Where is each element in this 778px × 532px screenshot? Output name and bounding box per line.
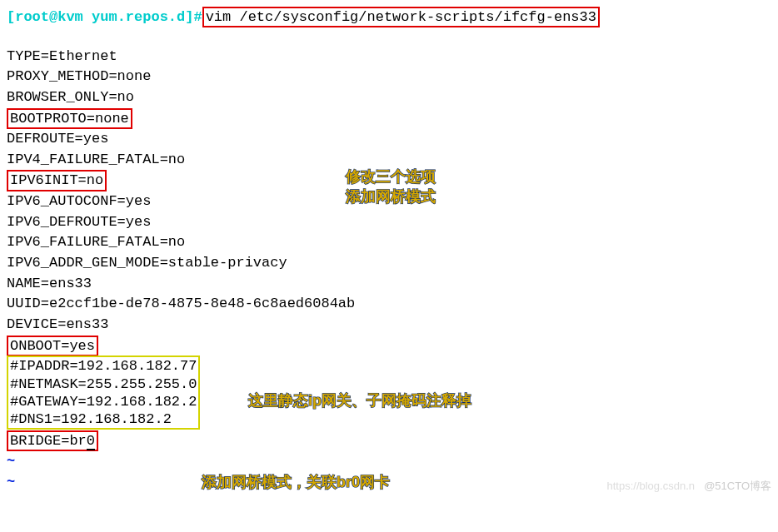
highlight-command-red-box: vim /etc/sysconfig/network-scripts/ifcfg… xyxy=(202,7,600,27)
terminal-prompt-line: [root@kvm yum.repos.d]#vim /etc/sysconfi… xyxy=(7,7,771,28)
annotation-bridge-mode: 添加网桥模式，关联br0网卡 xyxy=(202,471,390,493)
highlight-bootproto-red-box: BOOTPROTO=none xyxy=(7,108,132,129)
annotation-modify-three: 修改三个选项 添加网桥模式 xyxy=(346,167,436,207)
config-line[interactable]: NAME=ens33 xyxy=(7,274,771,295)
config-line[interactable]: IPV6_FAILURE_FATAL=no xyxy=(7,232,771,253)
prompt-path: yum.repos.d] xyxy=(92,9,193,25)
config-line-onboot[interactable]: ONBOOT=yes xyxy=(7,336,771,357)
config-line[interactable]: DEFROUTE=yes xyxy=(7,129,771,150)
config-line[interactable]: TYPE=Ethernet xyxy=(7,47,771,67)
config-line-commented[interactable]: #GATEWAY=192.168.182.2 xyxy=(10,393,197,410)
vim-empty-line-tilde: ~ xyxy=(7,451,771,472)
watermark-csdn: https://blog.csdn.n xyxy=(606,479,695,495)
config-line-commented[interactable]: #IPADDR=192.168.182.77 xyxy=(10,357,197,375)
config-line[interactable]: UUID=e2ccf1be-de78-4875-8e48-6c8aed6084a… xyxy=(7,294,771,315)
prompt-hash: # xyxy=(193,9,202,25)
blank-line xyxy=(7,28,771,47)
config-line-bridge[interactable]: BRIDGE=br0 xyxy=(7,430,771,452)
highlight-onboot-red-box: ONBOOT=yes xyxy=(7,336,98,356)
config-line[interactable]: DEVICE=ens33 xyxy=(7,315,771,336)
config-line[interactable]: PROXY_METHOD=none xyxy=(7,67,771,87)
annotation-comment-out: 这里静态ip网关、子网掩码注释掉 xyxy=(248,390,471,411)
prompt-user: [root@kvm xyxy=(7,9,92,25)
config-line-commented[interactable]: #DNS1=192.168.182.2 xyxy=(10,410,197,428)
highlight-bridge-red-box: BRIDGE=br0 xyxy=(7,430,98,451)
command-text[interactable]: vim /etc/sysconfig/network-scripts/ifcfg… xyxy=(206,9,596,25)
config-line[interactable]: BROWSER_ONLY=no xyxy=(7,87,771,108)
config-line-bootproto[interactable]: BOOTPROTO=none xyxy=(7,108,771,130)
cursor-indicator: 0 xyxy=(87,433,95,450)
config-line[interactable]: IPV6_DEFROUTE=yes xyxy=(7,212,771,233)
highlight-comments-yellow-box: #IPADDR=192.168.182.77 #NETMASK=255.255.… xyxy=(7,355,200,430)
config-line-commented[interactable]: #NETMASK=255.255.255.0 xyxy=(10,375,197,393)
highlight-ipv6init-red-box: IPV6INIT=no xyxy=(7,170,107,191)
config-line[interactable]: IPV6_ADDR_GEN_MODE=stable-privacy xyxy=(7,253,771,274)
watermark-51cto: @51CTO博客 xyxy=(704,479,771,495)
